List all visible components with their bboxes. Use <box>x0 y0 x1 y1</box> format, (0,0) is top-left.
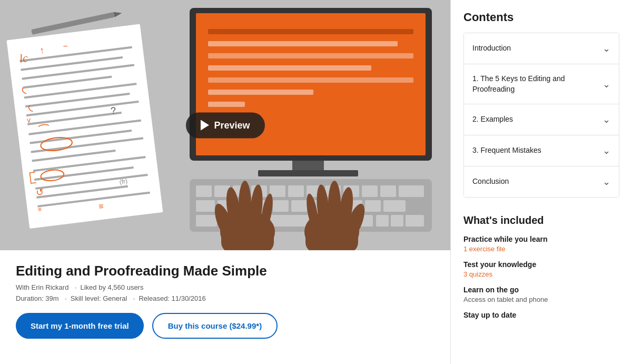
buy-course-button[interactable]: Buy this course ($24.99*) <box>152 313 278 339</box>
svg-rect-52 <box>343 185 359 197</box>
svg-text:?: ? <box>110 105 116 116</box>
svg-rect-1 <box>6 24 163 228</box>
svg-rect-14 <box>33 156 146 172</box>
svg-rect-48 <box>270 185 285 197</box>
svg-rect-35 <box>208 41 398 46</box>
svg-text:v: v <box>26 115 31 124</box>
action-buttons: Start my 1-month free trial Buy this cou… <box>16 313 434 339</box>
svg-rect-72 <box>406 215 424 227</box>
included-item-update: Stay up to date <box>463 311 619 319</box>
course-meta-instructor: With Erin Rickard · Liked by 4,560 users <box>16 283 434 291</box>
svg-rect-41 <box>292 161 324 170</box>
svg-rect-11 <box>29 130 132 144</box>
svg-rect-46 <box>233 185 249 197</box>
hero-background: lc ↑ ~ v ↺ ≡ ≡ ? <box>0 0 450 250</box>
svg-marker-31 <box>114 11 123 17</box>
svg-rect-54 <box>380 185 396 197</box>
svg-point-74 <box>211 202 236 241</box>
included-item-go: Learn on the go Access on tablet and pho… <box>463 286 619 303</box>
svg-rect-61 <box>291 200 307 212</box>
svg-rect-50 <box>307 185 322 197</box>
svg-rect-3 <box>21 56 123 71</box>
svg-rect-4 <box>22 64 134 80</box>
included-item-knowledge-value: 3 quizzes <box>463 270 619 278</box>
included-item-go-value: Access on tablet and phone <box>463 296 619 303</box>
svg-rect-16 <box>35 174 148 190</box>
svg-rect-63 <box>328 200 344 212</box>
svg-rect-37 <box>208 65 371 71</box>
svg-rect-17 <box>36 185 128 199</box>
svg-point-73 <box>220 211 275 250</box>
start-trial-button[interactable]: Start my 1-month free trial <box>16 313 144 339</box>
svg-point-85 <box>343 202 368 241</box>
svg-rect-60 <box>273 200 289 212</box>
svg-rect-5 <box>23 76 112 89</box>
svg-rect-34 <box>208 29 413 34</box>
svg-rect-9 <box>27 112 122 125</box>
svg-rect-49 <box>288 185 304 197</box>
accordion-item-examples[interactable]: 2. Examples ⌄ <box>464 104 619 135</box>
contents-accordion: Introduction ⌄ 1. The 5 Keys to Editing … <box>463 33 619 198</box>
svg-rect-45 <box>214 185 230 197</box>
svg-rect-44 <box>196 185 212 197</box>
svg-point-81 <box>304 193 320 231</box>
svg-rect-2 <box>19 46 132 62</box>
svg-point-83 <box>328 181 341 228</box>
svg-text:lc: lc <box>18 51 28 65</box>
accordion-label-keys: 1. The 5 Keys to Editing and Proofreadin… <box>472 74 597 94</box>
svg-rect-47 <box>251 185 267 197</box>
chevron-down-icon-conclusion: ⌄ <box>603 176 610 188</box>
svg-rect-36 <box>208 53 413 58</box>
svg-point-77 <box>249 184 264 229</box>
svg-text:↺: ↺ <box>35 186 44 198</box>
likes-label: Liked by 4,560 users <box>80 283 143 291</box>
svg-rect-64 <box>347 200 362 212</box>
svg-rect-68 <box>196 215 217 227</box>
svg-rect-59 <box>254 200 270 212</box>
svg-text:(fr): (fr) <box>119 178 128 186</box>
released-label: Released: 11/30/2016 <box>139 294 205 302</box>
svg-rect-7 <box>25 93 130 107</box>
accordion-item-mistakes[interactable]: 3. Frequent Mistakes ⌄ <box>464 135 619 166</box>
chevron-down-icon-introduction: ⌄ <box>603 43 610 54</box>
svg-rect-56 <box>196 200 215 212</box>
svg-text:~: ~ <box>63 42 68 51</box>
course-info: Editing and Proofreading Made Simple Wit… <box>0 250 450 351</box>
preview-button[interactable]: Preview <box>185 112 264 138</box>
svg-rect-65 <box>365 200 381 212</box>
svg-rect-67 <box>221 215 348 227</box>
svg-rect-43 <box>190 179 432 232</box>
accordion-item-conclusion[interactable]: Conclusion ⌄ <box>464 166 619 197</box>
svg-rect-62 <box>310 200 325 212</box>
accordion-item-introduction[interactable]: Introduction ⌄ <box>464 33 619 64</box>
svg-rect-57 <box>218 200 233 212</box>
svg-rect-39 <box>208 90 313 95</box>
chevron-down-icon-mistakes: ⌄ <box>603 145 610 156</box>
svg-rect-6 <box>24 83 137 99</box>
svg-rect-40 <box>208 102 245 107</box>
svg-rect-66 <box>383 200 406 212</box>
included-item-knowledge: Test your knowledge 3 quizzes <box>463 260 619 278</box>
svg-rect-51 <box>325 185 341 197</box>
right-hand <box>304 181 368 250</box>
skill-label: Skill level: General <box>71 294 127 302</box>
chevron-down-icon-keys: ⌄ <box>603 78 610 90</box>
hero-section: lc ↑ ~ v ↺ ≡ ≡ ? <box>0 0 450 250</box>
included-title: What's included <box>463 214 619 227</box>
svg-rect-38 <box>208 77 413 83</box>
included-item-update-label: Stay up to date <box>463 311 619 319</box>
course-title: Editing and Proofreading Made Simple <box>16 263 434 279</box>
svg-point-82 <box>315 184 330 229</box>
accordion-item-keys[interactable]: 1. The 5 Keys to Editing and Proofreadin… <box>464 64 619 104</box>
svg-rect-58 <box>236 200 252 212</box>
svg-rect-30 <box>31 12 115 35</box>
svg-rect-13 <box>32 150 115 162</box>
right-panel: Contents Introduction ⌄ 1. The 5 Keys to… <box>450 0 632 364</box>
play-icon <box>200 120 209 131</box>
svg-rect-86 <box>305 224 358 250</box>
left-panel: lc ↑ ~ v ↺ ≡ ≡ ? <box>0 0 450 364</box>
included-item-knowledge-label: Test your knowledge <box>463 260 619 269</box>
svg-point-19 <box>40 136 73 152</box>
accordion-label-conclusion: Conclusion <box>472 176 597 187</box>
svg-rect-12 <box>31 137 143 153</box>
